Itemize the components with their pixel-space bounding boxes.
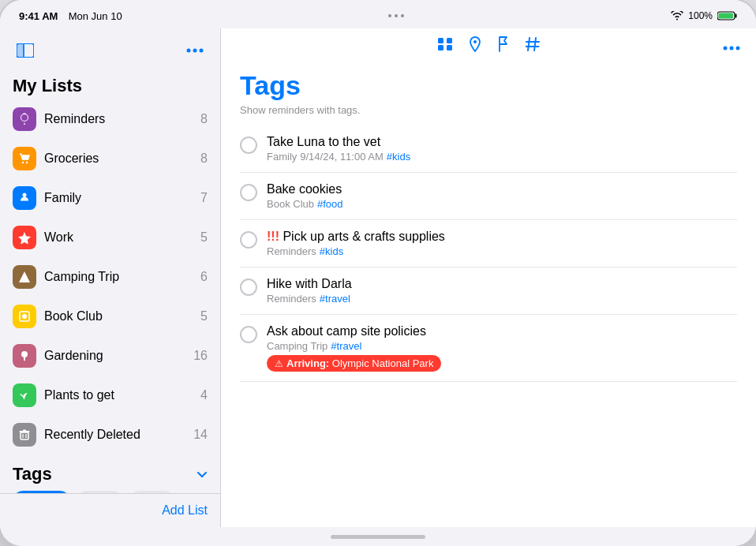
svg-rect-24 <box>438 45 443 50</box>
reminder-tag[interactable]: #food <box>317 198 343 210</box>
dot2 <box>395 14 398 17</box>
reminder-title: !!! Pick up arts & crafts supplies <box>267 230 737 244</box>
page-title: Tags <box>240 70 737 101</box>
plants-icon <box>13 383 36 407</box>
tags-header: Tags <box>13 461 208 491</box>
list-item[interactable]: Plants to get 4 <box>6 376 214 415</box>
reminder-item[interactable]: Take Luna to the vet Family 9/14/24, 11:… <box>240 125 737 173</box>
main-content: Tags Show reminders with tags. Take Luna… <box>221 28 756 527</box>
flag-icon[interactable] <box>497 36 510 56</box>
list-item[interactable]: Groceries 8 <box>6 139 214 178</box>
camping-count: 6 <box>200 270 208 284</box>
status-right: 100% <box>671 10 737 21</box>
svg-point-26 <box>473 40 477 43</box>
svg-point-32 <box>730 47 734 50</box>
family-count: 7 <box>200 191 208 205</box>
groceries-label: Groceries <box>44 151 193 166</box>
reminder-body: Bake cookies Book Club #food <box>267 182 737 210</box>
bookclub-count: 5 <box>200 309 208 323</box>
reminder-checkbox[interactable] <box>240 231 257 249</box>
main-body: Tags Show reminders with tags. Take Luna… <box>221 64 756 527</box>
svg-line-27 <box>528 38 530 50</box>
reminder-tag[interactable]: #kids <box>387 151 410 163</box>
svg-rect-22 <box>438 38 443 43</box>
reminder-checkbox[interactable] <box>240 326 257 343</box>
reminders-label: Reminders <box>44 112 193 126</box>
tags-chevron-icon[interactable] <box>196 468 208 481</box>
list-item[interactable]: Recently Deleted 14 <box>6 415 214 454</box>
reminder-list: Book Club <box>267 198 314 210</box>
sidebar-more-button[interactable] <box>182 38 208 63</box>
list-item[interactable]: Gardening 16 <box>6 336 214 376</box>
dot3 <box>401 14 404 17</box>
list-item[interactable]: Camping Trip 6 <box>6 257 214 297</box>
svg-rect-17 <box>21 432 28 439</box>
status-center <box>388 14 404 17</box>
status-time: 9:41 AM Mon Jun 10 <box>19 9 122 23</box>
tags-section: Tags All Tags #food #kids #travel <box>6 454 214 493</box>
reminder-tag[interactable]: #travel <box>320 293 350 305</box>
svg-point-8 <box>200 49 204 53</box>
groceries-icon <box>13 147 36 170</box>
sidebar-footer: Add List <box>0 493 220 527</box>
work-icon <box>13 226 36 249</box>
grid-view-icon[interactable] <box>437 37 453 55</box>
family-icon <box>13 186 36 210</box>
list-item[interactable]: Family 7 <box>6 178 214 218</box>
svg-point-31 <box>724 47 728 50</box>
svg-marker-11 <box>18 232 31 244</box>
camping-label: Camping Trip <box>44 270 193 284</box>
sidebar: My Lists Reminders 8 <box>0 28 221 527</box>
reminders-icon <box>13 107 36 131</box>
list-item[interactable]: Book Club 5 <box>6 297 214 336</box>
svg-point-7 <box>193 49 197 53</box>
reminder-tag[interactable]: #kids <box>320 245 343 257</box>
svg-point-33 <box>736 47 740 50</box>
svg-point-6 <box>187 49 191 53</box>
bookclub-label: Book Club <box>44 309 193 323</box>
page-subtitle: Show reminders with tags. <box>240 104 737 116</box>
list-item[interactable]: Reminders 8 <box>6 99 214 139</box>
reminder-title: Bake cookies <box>267 182 737 196</box>
svg-marker-12 <box>19 271 30 282</box>
add-list-button[interactable]: Add List <box>162 503 208 518</box>
reminder-meta: Reminders #kids <box>267 245 737 257</box>
svg-point-14 <box>22 314 27 319</box>
reminder-item[interactable]: Hike with Darla Reminders #travel <box>240 267 737 315</box>
svg-point-10 <box>26 162 28 163</box>
priority-indicator: !!! <box>267 230 279 243</box>
deleted-icon <box>13 423 36 447</box>
reminder-item[interactable]: !!! Pick up arts & crafts supplies Remin… <box>240 220 737 267</box>
reminder-item[interactable]: Bake cookies Book Club #food <box>240 173 737 220</box>
sidebar-toggle-button[interactable] <box>13 38 38 63</box>
reminder-checkbox[interactable] <box>240 136 257 154</box>
battery-text: 100% <box>688 10 713 21</box>
svg-line-28 <box>534 38 536 50</box>
family-label: Family <box>44 191 193 205</box>
reminder-checkbox[interactable] <box>240 184 257 201</box>
svg-rect-3 <box>17 43 23 58</box>
list-item[interactable]: Work 5 <box>6 218 214 257</box>
reminder-list: Family <box>267 151 297 163</box>
reminder-title: Take Luna to the vet <box>267 135 737 149</box>
groceries-count: 8 <box>200 151 208 166</box>
reminder-item[interactable]: Ask about camp site policies Camping Tri… <box>240 315 737 382</box>
location-icon[interactable] <box>469 36 481 56</box>
svg-rect-23 <box>447 38 452 43</box>
reminder-tag[interactable]: #travel <box>331 340 361 352</box>
reminder-checkbox[interactable] <box>240 279 257 296</box>
my-lists-title: My Lists <box>6 69 214 99</box>
reminder-title: Ask about camp site policies <box>267 324 737 338</box>
sidebar-scroll: My Lists Reminders 8 <box>0 69 220 493</box>
reminders-count: 8 <box>200 112 208 126</box>
toolbar-right <box>540 38 740 54</box>
camping-icon <box>13 265 36 289</box>
reminder-title: Hike with Darla <box>267 277 737 291</box>
svg-rect-25 <box>447 45 452 50</box>
reminder-body: Ask about camp site policies Camping Tri… <box>267 324 737 372</box>
reminder-list: Camping Trip <box>267 340 327 352</box>
reminder-body: Take Luna to the vet Family 9/14/24, 11:… <box>267 135 737 163</box>
badge-icon: ⚠ <box>275 358 283 369</box>
hashtag-icon[interactable] <box>526 36 540 56</box>
main-more-button[interactable] <box>723 38 740 54</box>
